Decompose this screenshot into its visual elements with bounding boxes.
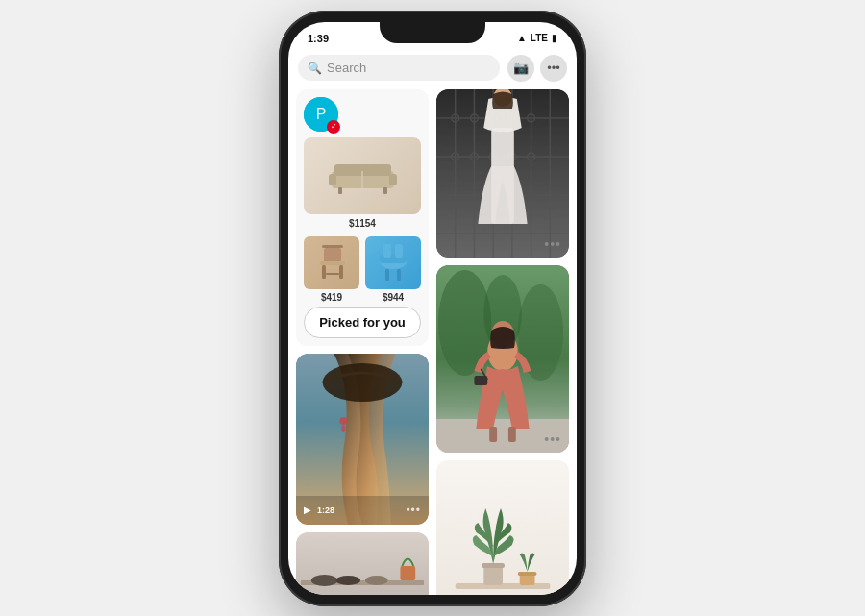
content-area: P ✓ xyxy=(288,89,577,595)
right-column: ••• xyxy=(436,89,569,595)
product-listing-card: P ✓ xyxy=(296,89,429,346)
shelf-card[interactable] xyxy=(296,532,429,595)
search-row: 🔍 Search 📷 ••• xyxy=(298,55,567,82)
chair-wood-price: $419 xyxy=(321,292,342,303)
more-button[interactable]: ••• xyxy=(540,55,567,82)
plant-photo xyxy=(436,460,569,595)
picked-for-you-label: Picked for you xyxy=(319,315,406,330)
shelf-photo xyxy=(296,532,429,595)
svg-rect-63 xyxy=(489,427,497,442)
video-overlay: ▶ 1:28 ••• xyxy=(296,496,429,525)
notch xyxy=(380,22,485,43)
video-duration: 1:28 xyxy=(317,505,334,515)
svg-rect-66 xyxy=(456,583,551,589)
svg-rect-13 xyxy=(339,265,343,279)
svg-rect-24 xyxy=(341,425,345,432)
red-dress-more-icon[interactable]: ••• xyxy=(544,431,561,447)
red-dress-card[interactable]: ••• xyxy=(436,265,569,453)
two-chairs-row: $419 xyxy=(304,236,421,303)
right-btns: 📷 ••• xyxy=(507,55,567,82)
status-icons: ▲ LTE ▮ xyxy=(517,33,557,43)
dress-photo: ••• xyxy=(436,89,569,258)
left-column: P ✓ xyxy=(296,89,429,595)
status-time: 1:39 xyxy=(308,33,329,44)
pin-grid: P ✓ xyxy=(296,89,569,595)
svg-rect-5 xyxy=(389,174,397,185)
svg-rect-10 xyxy=(324,248,341,263)
chair-blue-item: $944 xyxy=(365,236,421,303)
svg-rect-19 xyxy=(385,269,389,281)
svg-rect-17 xyxy=(383,244,391,258)
svg-rect-70 xyxy=(518,572,537,576)
dress-more-icon[interactable]: ••• xyxy=(544,236,561,252)
hair-video-card[interactable]: ▶ 1:28 ••• xyxy=(296,354,429,525)
svg-point-29 xyxy=(365,576,388,585)
more-icon: ••• xyxy=(547,61,560,75)
svg-point-22 xyxy=(323,363,403,402)
svg-rect-9 xyxy=(322,245,343,248)
svg-rect-25 xyxy=(296,532,429,595)
signal-icon: ▲ xyxy=(517,33,527,43)
picked-for-you-button[interactable]: Picked for you xyxy=(304,307,421,338)
sofa-image xyxy=(304,137,421,214)
search-icon: 🔍 xyxy=(308,62,322,75)
chair-blue-price: $944 xyxy=(383,292,404,303)
avatar: P ✓ xyxy=(304,97,338,132)
svg-rect-12 xyxy=(322,265,326,279)
avatar-check-badge: ✓ xyxy=(327,120,340,134)
lte-label: LTE xyxy=(531,33,548,43)
search-placeholder: Search xyxy=(327,61,366,75)
dress-card[interactable]: ••• xyxy=(436,89,569,258)
video-more-icon[interactable]: ••• xyxy=(406,504,421,517)
svg-rect-14 xyxy=(326,273,339,275)
svg-rect-67 xyxy=(483,566,503,585)
phone-screen: 1:39 ▲ LTE ▮ 🔍 Search 📷 ••• xyxy=(288,22,577,595)
camera-icon: 📷 xyxy=(513,61,529,75)
camera-button[interactable]: 📷 xyxy=(507,55,534,82)
svg-point-27 xyxy=(311,575,338,586)
svg-point-23 xyxy=(339,417,347,425)
chair-wood-item: $419 xyxy=(304,236,359,303)
svg-rect-20 xyxy=(397,269,401,281)
svg-point-28 xyxy=(335,576,360,585)
search-input[interactable]: Search xyxy=(298,55,500,81)
phone-wrapper: 1:39 ▲ LTE ▮ 🔍 Search 📷 ••• xyxy=(279,11,586,606)
svg-rect-6 xyxy=(338,187,342,194)
svg-rect-64 xyxy=(508,427,516,442)
chair-blue-img xyxy=(365,236,421,289)
svg-text:P: P xyxy=(316,106,327,122)
svg-rect-4 xyxy=(329,174,336,185)
svg-rect-7 xyxy=(383,187,387,194)
play-icon: ▶ xyxy=(304,505,311,515)
red-dress-photo: ••• xyxy=(436,265,569,453)
plant-card[interactable] xyxy=(436,460,569,595)
svg-rect-18 xyxy=(395,244,403,258)
hair-photo: ▶ 1:28 ••• xyxy=(296,354,429,525)
battery-icon: ▮ xyxy=(552,33,557,43)
sofa-price: $1154 xyxy=(304,218,421,229)
svg-rect-30 xyxy=(400,566,415,580)
chair-wood-img xyxy=(304,236,359,289)
svg-rect-11 xyxy=(320,261,345,265)
